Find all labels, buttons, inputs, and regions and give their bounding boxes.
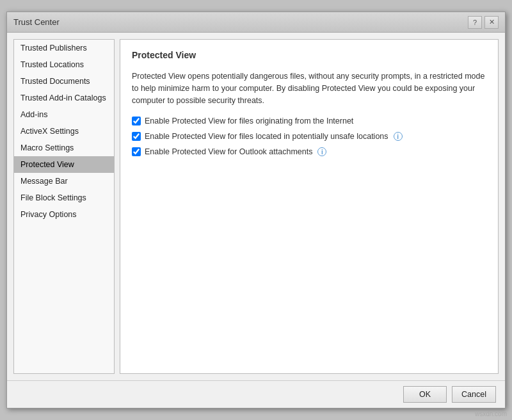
panel-description: Protected View opens potentially dangero… (132, 70, 486, 106)
checkbox-cb-outlook[interactable] (132, 147, 141, 156)
watermark: wsxdn.com (475, 410, 507, 417)
sidebar-item-trusted-locations[interactable]: Trusted Locations (14, 56, 114, 73)
sidebar-item-trusted-publishers[interactable]: Trusted Publishers (14, 40, 114, 56)
checkbox-row-cb-outlook: Enable Protected View for Outlook attach… (132, 147, 486, 156)
checkbox-label-cb-outlook: Enable Protected View for Outlook attach… (145, 147, 312, 156)
checkboxes-container: Enable Protected View for files originat… (132, 117, 486, 156)
dialog-content: Trusted PublishersTrusted LocationsTrust… (7, 33, 505, 380)
sidebar-item-activex-settings[interactable]: ActiveX Settings (14, 123, 114, 140)
checkbox-cb-unsafe-locations[interactable] (132, 132, 141, 141)
checkbox-row-cb-internet: Enable Protected View for files originat… (132, 117, 486, 125)
sidebar-item-macro-settings[interactable]: Macro Settings (14, 140, 114, 156)
panel-title: Protected View (132, 50, 486, 63)
dialog-footer: OK Cancel (7, 380, 505, 408)
checkbox-label-cb-unsafe-locations: Enable Protected View for files located … (145, 132, 388, 141)
checkbox-label-cb-internet: Enable Protected View for files originat… (145, 117, 353, 125)
sidebar-item-trusted-documents[interactable]: Trusted Documents (14, 73, 114, 90)
sidebar-item-file-block-settings[interactable]: File Block Settings (14, 190, 114, 206)
close-button[interactable]: ✕ (484, 16, 499, 29)
help-button[interactable]: ? (468, 16, 482, 29)
info-icon-cb-unsafe-locations[interactable]: i (394, 132, 403, 141)
sidebar-item-message-bar[interactable]: Message Bar (14, 173, 114, 190)
cancel-button[interactable]: Cancel (452, 386, 496, 403)
sidebar: Trusted PublishersTrusted LocationsTrust… (13, 39, 115, 374)
sidebar-item-privacy-options[interactable]: Privacy Options (14, 206, 114, 223)
ok-button[interactable]: OK (403, 386, 447, 403)
checkbox-cb-internet[interactable] (132, 117, 141, 125)
sidebar-item-trusted-addin-catalogs[interactable]: Trusted Add-in Catalogs (14, 90, 114, 106)
sidebar-item-protected-view[interactable]: Protected View (14, 156, 114, 173)
trust-center-dialog: Trust Center ? ✕ Trusted PublishersTrust… (6, 12, 506, 408)
checkbox-row-cb-unsafe-locations: Enable Protected View for files located … (132, 132, 486, 141)
title-bar-buttons: ? ✕ (468, 16, 499, 29)
main-panel: Protected View Protected View opens pote… (120, 39, 499, 374)
sidebar-item-add-ins[interactable]: Add-ins (14, 106, 114, 123)
dialog-title: Trust Center (13, 17, 60, 27)
info-icon-cb-outlook[interactable]: i (317, 147, 326, 156)
title-bar: Trust Center ? ✕ (7, 12, 505, 33)
